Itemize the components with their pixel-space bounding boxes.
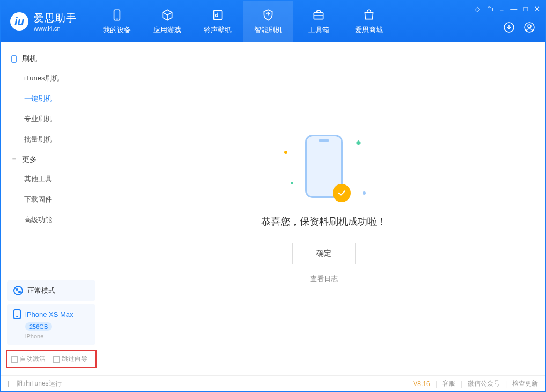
sidebar-item-advanced[interactable]: 高级功能 bbox=[1, 210, 102, 230]
nav-ringtone-wallpaper[interactable]: 铃声壁纸 bbox=[193, 1, 243, 42]
app-header: iu 爱思助手 www.i4.cn 我的设备 应用游戏 铃声壁纸 智能刷机 工具… bbox=[1, 1, 545, 42]
device-phone-icon bbox=[13, 309, 21, 319]
divider: | bbox=[461, 380, 462, 388]
sidebar-item-oneclick-flash[interactable]: 一键刷机 bbox=[1, 88, 102, 109]
footer-link-wechat[interactable]: 微信公众号 bbox=[468, 379, 500, 388]
success-illustration bbox=[281, 135, 367, 204]
footer-right: V8.16 | 客服 | 微信公众号 | 检查更新 bbox=[413, 379, 538, 388]
sidebar-item-download-firmware[interactable]: 下载固件 bbox=[1, 189, 102, 210]
mode-card[interactable]: 正常模式 bbox=[7, 280, 95, 301]
app-title: 爱思助手 bbox=[34, 11, 77, 25]
nav-label: 工具箱 bbox=[308, 25, 329, 35]
sparkle-icon bbox=[291, 182, 293, 184]
divider: | bbox=[505, 380, 507, 388]
version-label: V8.16 bbox=[413, 380, 430, 388]
shield-icon bbox=[261, 8, 275, 22]
sidebar-item-itunes-flash[interactable]: iTunes刷机 bbox=[1, 68, 102, 88]
app-logo-icon: iu bbox=[10, 12, 28, 31]
sparkle-icon bbox=[284, 151, 287, 154]
nav-label: 智能刷机 bbox=[254, 25, 282, 35]
sidebar: 刷机 iTunes刷机 一键刷机 专业刷机 批量刷机 ≡ 更多 其他工具 下载固… bbox=[1, 42, 102, 375]
nav-label: 铃声壁纸 bbox=[204, 25, 232, 35]
section-title-label: 刷机 bbox=[22, 54, 37, 64]
checkbox-prevent-itunes[interactable]: 阻止iTunes运行 bbox=[8, 379, 62, 388]
option-row-highlighted: 自动激活 跳过向导 bbox=[6, 350, 97, 368]
checkbox-label: 跳过向导 bbox=[62, 354, 87, 364]
mode-icon bbox=[13, 286, 23, 295]
view-log-link[interactable]: 查看日志 bbox=[310, 274, 338, 284]
nav-shop[interactable]: 爱思商城 bbox=[344, 1, 394, 42]
sparkle-icon bbox=[363, 191, 366, 195]
sidebar-section-flash: 刷机 bbox=[1, 49, 102, 68]
sidebar-bottom: 正常模式 iPhone XS Max 256GB iPhone 自动激活 跳过向… bbox=[1, 277, 102, 375]
footer-link-support[interactable]: 客服 bbox=[442, 379, 455, 388]
minimize-button[interactable]: — bbox=[510, 5, 517, 13]
divider: | bbox=[436, 380, 437, 388]
footer-link-update[interactable]: 检查更新 bbox=[512, 379, 538, 388]
menu-icon[interactable]: ≡ bbox=[500, 5, 504, 13]
nav-apps-games[interactable]: 应用游戏 bbox=[142, 1, 193, 42]
music-icon bbox=[211, 8, 225, 22]
checkbox-label: 自动激活 bbox=[20, 354, 46, 364]
device-icon bbox=[110, 8, 124, 22]
nav-label: 爱思商城 bbox=[355, 25, 383, 35]
sidebar-item-pro-flash[interactable]: 专业刷机 bbox=[1, 109, 102, 129]
more-icon: ≡ bbox=[10, 156, 18, 164]
checkbox-icon bbox=[53, 356, 60, 363]
cube-icon bbox=[160, 8, 174, 22]
device-capacity: 256GB bbox=[25, 322, 52, 331]
checkbox-label: 阻止iTunes运行 bbox=[17, 379, 62, 388]
mode-label: 正常模式 bbox=[27, 286, 55, 295]
nav-label: 我的设备 bbox=[103, 25, 131, 35]
section-title-label: 更多 bbox=[22, 155, 37, 165]
checkbox-auto-activate[interactable]: 自动激活 bbox=[11, 354, 46, 364]
sparkle-icon bbox=[356, 140, 361, 145]
lock-icon[interactable]: 🗀 bbox=[486, 5, 493, 13]
app-subtitle: www.i4.cn bbox=[34, 25, 77, 32]
close-button[interactable]: ✕ bbox=[534, 5, 540, 13]
nav-my-device[interactable]: 我的设备 bbox=[92, 1, 142, 42]
shop-icon bbox=[362, 8, 376, 22]
success-message: 恭喜您，保资料刷机成功啦！ bbox=[261, 215, 387, 228]
device-name: iPhone XS Max bbox=[25, 310, 73, 319]
maximize-button[interactable]: □ bbox=[523, 5, 528, 13]
app-body: 刷机 iTunes刷机 一键刷机 专业刷机 批量刷机 ≡ 更多 其他工具 下载固… bbox=[1, 42, 545, 375]
checkbox-icon bbox=[11, 356, 18, 363]
ok-button[interactable]: 确定 bbox=[292, 243, 356, 264]
svg-rect-7 bbox=[12, 56, 16, 62]
main-nav: 我的设备 应用游戏 铃声壁纸 智能刷机 工具箱 爱思商城 bbox=[92, 1, 394, 42]
device-type: iPhone bbox=[25, 333, 89, 339]
sidebar-section-more: ≡ 更多 bbox=[1, 150, 102, 169]
logo-text: 爱思助手 www.i4.cn bbox=[34, 11, 77, 32]
user-icon[interactable] bbox=[523, 21, 536, 36]
device-row: iPhone XS Max bbox=[13, 309, 89, 319]
logo-area: iu 爱思助手 www.i4.cn bbox=[1, 11, 86, 32]
sidebar-item-other-tools[interactable]: 其他工具 bbox=[1, 169, 102, 189]
nav-toolbox[interactable]: 工具箱 bbox=[293, 1, 344, 42]
device-card[interactable]: iPhone XS Max 256GB iPhone bbox=[7, 304, 95, 345]
sidebar-item-batch-flash[interactable]: 批量刷机 bbox=[1, 129, 102, 150]
svg-point-6 bbox=[528, 25, 531, 28]
skin-icon[interactable]: ◇ bbox=[475, 5, 480, 13]
main-content: 恭喜您，保资料刷机成功啦！ 确定 查看日志 bbox=[102, 42, 545, 375]
header-right-icons bbox=[503, 21, 536, 36]
toolbox-icon bbox=[312, 8, 326, 22]
checkbox-skip-guide[interactable]: 跳过向导 bbox=[53, 354, 87, 364]
nav-label: 应用游戏 bbox=[153, 25, 181, 35]
nav-smart-flash[interactable]: 智能刷机 bbox=[243, 1, 293, 42]
phone-small-icon bbox=[10, 55, 18, 63]
check-badge-icon bbox=[333, 184, 351, 202]
checkbox-icon bbox=[8, 381, 14, 387]
window-controls: ◇ 🗀 ≡ — □ ✕ bbox=[475, 5, 540, 13]
status-bar: 阻止iTunes运行 V8.16 | 客服 | 微信公众号 | 检查更新 bbox=[1, 375, 545, 391]
download-icon[interactable] bbox=[503, 21, 515, 36]
